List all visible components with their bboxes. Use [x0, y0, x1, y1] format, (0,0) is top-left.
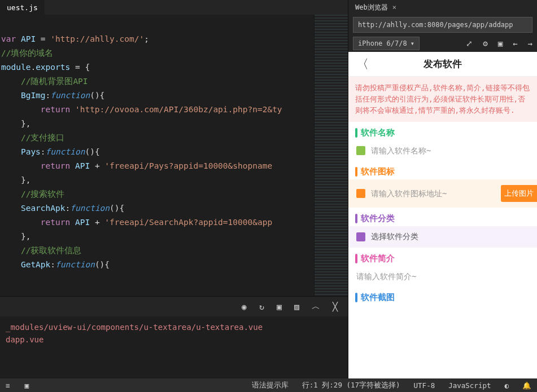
category-select[interactable]: 选择软件分类 — [371, 232, 418, 242]
section-label: 软件截图 — [361, 292, 395, 303]
compass-icon[interactable]: ◉ — [242, 302, 247, 312]
section-bar — [355, 293, 357, 302]
gear-icon[interactable]: ⚙ — [483, 39, 487, 48]
console-line: _modules/uview-ui/components/u-textarea/… — [6, 321, 342, 333]
device-selector[interactable]: iPhone 6/7/8 ▾ — [353, 37, 420, 50]
refresh-icon[interactable]: ↻ — [259, 302, 264, 312]
bell-icon[interactable]: 🔔 — [522, 381, 531, 390]
console-panel[interactable]: _modules/uview-ui/components/u-textarea/… — [0, 316, 348, 378]
image-icon[interactable]: ▨ — [294, 302, 299, 312]
chevron-down-icon: ▾ — [411, 39, 414, 47]
web-browser-panel: Web浏览器 × http://ahlly.com:8080/pages/app… — [348, 0, 537, 378]
forward-icon[interactable]: → — [528, 39, 532, 48]
syntax-hint[interactable]: 语法提示库 — [252, 381, 289, 390]
console-line: dapp.vue — [6, 333, 342, 346]
dock-icon[interactable]: ⤢ — [466, 39, 473, 48]
stop-icon[interactable]: ▣ — [277, 302, 282, 312]
browser-tab[interactable]: Web浏览器 × — [348, 0, 403, 15]
collapse-up-icon[interactable]: ︿ — [312, 301, 320, 312]
menu-icon[interactable]: ≡ — [6, 381, 10, 390]
code-editor[interactable]: var API = 'http://ahlly.com/'; //填你的域名 m… — [0, 15, 314, 296]
grid-icon — [356, 232, 365, 241]
minimap[interactable] — [314, 15, 348, 296]
encoding[interactable]: UTF-8 — [414, 381, 435, 390]
close-icon[interactable]: × — [392, 3, 396, 11]
screenshot-icon[interactable]: ▣ — [498, 39, 503, 48]
back-icon[interactable]: ← — [513, 39, 517, 48]
sync-icon[interactable]: ◐ — [504, 381, 509, 390]
editor-tabbar: uest.js — [0, 0, 348, 15]
android-icon — [356, 146, 365, 155]
section-label: 软件名称 — [361, 127, 395, 138]
url-bar[interactable]: http://ahlly.com:8080/pages/app/addapp — [353, 17, 532, 33]
app-name-input[interactable] — [371, 146, 529, 155]
section-bar — [355, 167, 357, 177]
section-bar — [355, 254, 357, 263]
editor-tab[interactable]: uest.js — [0, 0, 45, 15]
icon-url-input[interactable] — [371, 189, 495, 198]
terminal-icon[interactable]: ▣ — [25, 381, 29, 390]
upload-image-button[interactable]: 上传图片 — [501, 185, 537, 202]
debug-toolbar: ◉ ↻ ▣ ▨ ︿ ╳ — [0, 296, 348, 316]
status-bar: ≡ ▣ 语法提示库 行:1 列:29 (17字符被选择) UTF-8 JavaS… — [0, 378, 537, 392]
section-bar — [355, 214, 357, 223]
page-title: 发布软件 — [348, 58, 537, 71]
preview-viewport: 〈 发布软件 请勿投稿严重侵权产品,软件名称,简介,链接等不得包括任何形式的引流… — [348, 52, 537, 378]
section-label: 软件图标 — [361, 166, 395, 177]
image-icon — [356, 189, 365, 198]
close-panel-icon[interactable]: ╳ — [333, 302, 338, 312]
warning-notice: 请勿投稿严重侵权产品,软件名称,简介,链接等不得包括任何形式的引流行为,必须保证… — [348, 77, 537, 122]
intro-input[interactable] — [356, 272, 529, 281]
section-bar — [355, 128, 357, 138]
section-label: 软件分类 — [361, 213, 395, 224]
section-label: 软件简介 — [361, 253, 395, 264]
cursor-position[interactable]: 行:1 列:29 (17字符被选择) — [302, 381, 400, 390]
language-mode[interactable]: JavaScript — [448, 381, 491, 390]
back-chevron-icon[interactable]: 〈 — [356, 56, 369, 73]
